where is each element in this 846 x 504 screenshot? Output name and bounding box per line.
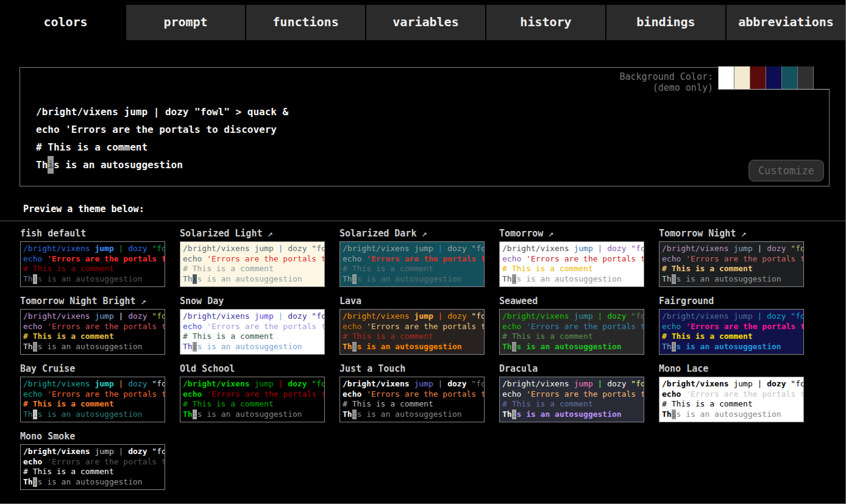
- autosuggestion-line: This is an autosuggestion: [23, 342, 162, 352]
- sample-line: # This is a comment: [502, 264, 641, 274]
- background-swatch-white[interactable]: [718, 66, 734, 89]
- comment-text: # This is a comment: [502, 399, 593, 408]
- theme-card: Bay Cruise/bright/vixens jump | dozy "fo…: [20, 363, 165, 422]
- theme-name-label: Lava: [339, 296, 361, 307]
- error-string-text: 'Errors are the portals to discovery: [686, 254, 804, 263]
- theme-title[interactable]: Dracula: [499, 363, 644, 375]
- comment-text: # This is a comment: [662, 399, 753, 408]
- theme-title[interactable]: Just a Touch: [339, 363, 485, 375]
- fish-config-page: colorspromptfunctionsvariableshistorybin…: [0, 0, 846, 504]
- typed-text: Th: [183, 274, 193, 283]
- comment-text: # This is a comment: [23, 332, 114, 341]
- sample-line: /bright/vixens jump | dozy "fowl" > quac…: [662, 379, 801, 389]
- theme-title[interactable]: Snow Day: [180, 295, 325, 307]
- theme-preview-fairground[interactable]: /bright/vixens jump | dozy "fowl" > quac…: [659, 309, 804, 355]
- tab-colors[interactable]: colors: [6, 5, 125, 40]
- tab-history[interactable]: history: [485, 5, 605, 40]
- tab-bindings[interactable]: bindings: [605, 5, 725, 40]
- background-swatch-teal[interactable]: [781, 66, 797, 89]
- theme-preview-seaweed[interactable]: /bright/vixens jump | dozy "fowl" > quac…: [499, 309, 644, 355]
- path-text: /bright/vixens: [183, 311, 254, 321]
- theme-title[interactable]: Solarized Dark↗: [339, 227, 485, 240]
- theme-title[interactable]: Lava: [339, 295, 485, 307]
- theme-title[interactable]: Tomorrow Night Bright↗: [20, 295, 165, 307]
- background-swatch-cream[interactable]: [734, 66, 750, 89]
- external-link-icon[interactable]: ↗: [267, 228, 272, 239]
- customize-button[interactable]: Customize: [748, 160, 824, 182]
- tab-variables[interactable]: variables: [365, 5, 485, 40]
- error-string-text: 'Errors are the portals to discovery: [47, 254, 165, 263]
- theme-preview-dracula[interactable]: /bright/vixens jump | dozy "fowl" > quac…: [499, 377, 644, 422]
- theme-name-label: fish default: [20, 228, 86, 239]
- theme-preview-solarized-light[interactable]: /bright/vixens jump | dozy "fowl" > quac…: [180, 241, 325, 287]
- command-text: jump: [733, 379, 757, 388]
- external-link-icon[interactable]: ↗: [141, 296, 146, 307]
- theme-preview-mono-lace[interactable]: /bright/vixens jump | dozy "fowl" > quac…: [659, 377, 804, 422]
- command-text: jump: [574, 379, 597, 388]
- sample-line: /bright/vixens jump | dozy "fowl" > quac…: [23, 311, 162, 322]
- typed-text: Th: [502, 274, 512, 283]
- background-swatch-black[interactable]: [813, 66, 830, 89]
- sample-line: echo 'Errors are the portals to discover…: [502, 389, 641, 400]
- external-link-icon[interactable]: ↗: [421, 228, 427, 239]
- pipe-symbol: |: [438, 379, 448, 388]
- external-link-icon[interactable]: ↗: [741, 228, 746, 239]
- theme-preview-fish-default[interactable]: /bright/vixens jump | dozy "fowl" > quac…: [20, 241, 165, 287]
- background-swatch-navy[interactable]: [766, 66, 781, 89]
- theme-preview-bay-cruise[interactable]: /bright/vixens jump | dozy "fowl" > quac…: [20, 377, 165, 422]
- theme-name-label: Solarized Light: [180, 228, 262, 239]
- autosuggestion-text: s is an autosuggestion: [676, 274, 781, 283]
- theme-preview-tomorrow[interactable]: /bright/vixens jump | dozy "fowl" > quac…: [499, 241, 644, 287]
- typed-text: Th: [502, 342, 512, 351]
- quote-text: "fowl" > quack &: [471, 379, 485, 388]
- sample-line: /bright/vixens jump | dozy "fowl" > quac…: [23, 244, 162, 254]
- autosuggestion-line: This is an autosuggestion: [343, 410, 482, 420]
- path-text: /bright/vixens: [23, 244, 94, 253]
- theme-card: Tomorrow Night Bright↗/bright/vixens jum…: [20, 295, 165, 355]
- theme-title[interactable]: Tomorrow Night↗: [659, 227, 804, 240]
- error-string-text: 'Errors are the portals to discovery: [686, 322, 804, 331]
- quote-text: "fowl" > quack &: [471, 311, 485, 321]
- theme-preview-lava[interactable]: /bright/vixens jump | dozy "fowl" > quac…: [339, 309, 485, 355]
- theme-title[interactable]: Tomorrow↗: [499, 227, 644, 240]
- command-text: jump: [733, 244, 757, 253]
- sample-line: # This is a comment: [36, 138, 829, 156]
- background-swatch-row: [718, 66, 830, 90]
- theme-title[interactable]: fish default: [20, 227, 165, 240]
- tab-abbreviations[interactable]: abbreviations: [725, 5, 845, 40]
- theme-title[interactable]: Fairground: [659, 295, 804, 307]
- sample-line: /bright/vixens jump | dozy "fowl" > quac…: [502, 244, 641, 254]
- theme-preview-tomorrow-night-bright[interactable]: /bright/vixens jump | dozy "fowl" > quac…: [20, 309, 165, 355]
- tab-prompt[interactable]: prompt: [125, 5, 245, 40]
- echo-command-text: echo: [183, 254, 207, 263]
- theme-title[interactable]: Old School: [180, 363, 325, 375]
- theme-preview-snow-day[interactable]: /bright/vixens jump | dozy "fowl" > quac…: [180, 309, 325, 355]
- comment-text: # This is a comment: [502, 264, 593, 273]
- sample-line: # This is a comment: [343, 264, 482, 274]
- autosuggestion-text: s is an autosuggestion: [676, 410, 781, 419]
- theme-title[interactable]: Solarized Light↗: [180, 227, 325, 240]
- external-link-icon[interactable]: ↗: [548, 228, 553, 239]
- theme-preview-old-school[interactable]: /bright/vixens jump | dozy "fowl" > quac…: [180, 377, 325, 422]
- theme-preview-tomorrow-night[interactable]: /bright/vixens jump | dozy "fowl" > quac…: [659, 241, 804, 287]
- autosuggestion-line: This is an autosuggestion: [662, 342, 801, 352]
- autosuggestion-line: This is an autosuggestion: [23, 274, 162, 285]
- tab-functions[interactable]: functions: [245, 5, 365, 40]
- theme-preview-just-a-touch[interactable]: /bright/vixens jump | dozy "fowl" > quac…: [339, 377, 485, 422]
- pipe-symbol: |: [119, 311, 129, 321]
- theme-card: Fairground/bright/vixens jump | dozy "fo…: [659, 295, 804, 355]
- background-swatch-charcoal[interactable]: [797, 66, 813, 89]
- path-text: /bright/vixens: [183, 244, 254, 253]
- echo-command-text: echo: [183, 389, 207, 399]
- command-text: jump: [94, 244, 118, 253]
- theme-title[interactable]: Mono Smoke: [20, 430, 165, 442]
- theme-name-label: Just a Touch: [339, 363, 405, 374]
- quote-text: "fowl" > quack &: [631, 311, 644, 321]
- second-command-text: dozy: [767, 244, 791, 253]
- theme-preview-solarized-dark[interactable]: /bright/vixens jump | dozy "fowl" > quac…: [339, 241, 485, 287]
- background-swatch-dark-red[interactable]: [750, 66, 766, 89]
- theme-title[interactable]: Bay Cruise: [20, 363, 165, 375]
- theme-title[interactable]: Mono Lace: [659, 363, 804, 375]
- theme-title[interactable]: Seaweed: [499, 295, 644, 307]
- theme-preview-mono-smoke[interactable]: /bright/vixens jump | dozy "fowl" > quac…: [20, 444, 165, 490]
